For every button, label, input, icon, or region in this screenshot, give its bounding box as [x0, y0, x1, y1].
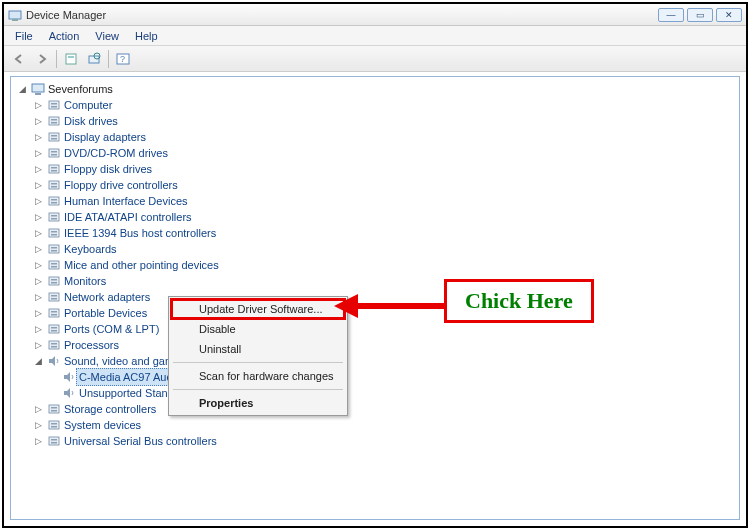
properties-button[interactable]: [60, 49, 82, 69]
tree-item[interactable]: ▷Floppy drive controllers: [13, 177, 737, 193]
expand-icon[interactable]: ▷: [33, 196, 44, 207]
device-category-icon: [47, 258, 61, 272]
forward-button[interactable]: [31, 49, 53, 69]
svg-rect-33: [51, 218, 57, 220]
tree-item[interactable]: ▷Universal Serial Bus controllers: [13, 433, 737, 449]
tree-item[interactable]: ▷Floppy disk drives: [13, 161, 737, 177]
close-button[interactable]: ✕: [716, 8, 742, 22]
expand-icon[interactable]: ▷: [33, 244, 44, 255]
tree-item[interactable]: ▷Human Interface Devices: [13, 193, 737, 209]
tree-item[interactable]: ▷IEEE 1394 Bus host controllers: [13, 225, 737, 241]
svg-rect-37: [49, 245, 59, 253]
help-button[interactable]: ?: [112, 49, 134, 69]
svg-rect-34: [49, 229, 59, 237]
ctx-uninstall[interactable]: Uninstall: [171, 339, 345, 359]
tree-item[interactable]: ▷Disk drives: [13, 113, 737, 129]
svg-rect-43: [49, 277, 59, 285]
tree-item[interactable]: ▷Processors: [13, 337, 737, 353]
toolbar: ?: [4, 46, 746, 72]
svg-rect-36: [51, 234, 57, 236]
toolbar-separator: [108, 50, 109, 68]
expand-icon[interactable]: ▷: [33, 308, 44, 319]
tree-item[interactable]: ▷DVD/CD-ROM drives: [13, 145, 737, 161]
device-category-icon: [47, 146, 61, 160]
svg-rect-44: [51, 279, 57, 281]
menu-action[interactable]: Action: [42, 28, 87, 44]
ctx-update-driver[interactable]: Update Driver Software...: [171, 299, 345, 319]
expand-icon[interactable]: ▷: [33, 420, 44, 431]
tree-item[interactable]: ▷System devices: [13, 417, 737, 433]
menu-view[interactable]: View: [88, 28, 126, 44]
expand-icon[interactable]: ▷: [33, 148, 44, 159]
tree-item[interactable]: ▷Ports (COM & LPT): [13, 321, 737, 337]
svg-rect-60: [51, 410, 57, 412]
tree-item-label: Portable Devices: [64, 305, 147, 321]
expand-icon[interactable]: ▷: [33, 404, 44, 415]
expand-icon[interactable]: ▷: [33, 164, 44, 175]
svg-rect-23: [51, 167, 57, 169]
tree-item-label: IEEE 1394 Bus host controllers: [64, 225, 216, 241]
svg-rect-46: [49, 293, 59, 301]
menu-file[interactable]: File: [8, 28, 40, 44]
tree-item-label: System devices: [64, 417, 141, 433]
svg-rect-50: [51, 311, 57, 313]
expand-icon[interactable]: ▷: [33, 276, 44, 287]
minimize-button[interactable]: —: [658, 8, 684, 22]
svg-rect-59: [51, 407, 57, 409]
collapse-icon[interactable]: ◢: [17, 84, 28, 95]
back-button[interactable]: [8, 49, 30, 69]
svg-rect-2: [66, 54, 76, 64]
expand-icon[interactable]: ▷: [33, 292, 44, 303]
svg-rect-14: [51, 119, 57, 121]
tree-item[interactable]: ▷IDE ATA/ATAPI controllers: [13, 209, 737, 225]
expand-icon[interactable]: ▷: [33, 180, 44, 191]
tree-item[interactable]: ▷Monitors: [13, 273, 737, 289]
expand-icon[interactable]: ▷: [33, 100, 44, 111]
collapse-icon[interactable]: ◢: [33, 356, 44, 367]
svg-rect-57: [51, 346, 57, 348]
maximize-button[interactable]: ▭: [687, 8, 713, 22]
svg-rect-66: [51, 442, 57, 444]
tree-root[interactable]: ◢Sevenforums: [13, 81, 737, 97]
device-category-icon: [47, 402, 61, 416]
ctx-disable[interactable]: Disable: [171, 319, 345, 339]
expand-icon[interactable]: ▷: [33, 212, 44, 223]
ctx-properties[interactable]: Properties: [171, 393, 345, 413]
tree-item[interactable]: ▷Keyboards: [13, 241, 737, 257]
svg-rect-11: [51, 103, 57, 105]
expand-icon[interactable]: ▷: [33, 260, 44, 271]
scan-button[interactable]: [83, 49, 105, 69]
svg-rect-64: [49, 437, 59, 445]
computer-icon: [31, 82, 45, 96]
svg-rect-17: [51, 135, 57, 137]
svg-rect-12: [51, 106, 57, 108]
tree-pane[interactable]: ◢Sevenforums▷Computer▷Disk drives▷Displa…: [10, 76, 740, 520]
tree-item[interactable]: ▷Display adapters: [13, 129, 737, 145]
tree-item[interactable]: ▷Storage controllers: [13, 401, 737, 417]
svg-rect-55: [49, 341, 59, 349]
tree-item-sound[interactable]: ◢Sound, video and game controllers: [13, 353, 737, 369]
tree-item-label: Floppy disk drives: [64, 161, 152, 177]
device-category-icon: [47, 242, 61, 256]
device-category-icon: [47, 114, 61, 128]
expand-icon[interactable]: ▷: [33, 116, 44, 127]
tree-item[interactable]: ▷Mice and other pointing devices: [13, 257, 737, 273]
tree-item-label: Computer: [64, 97, 112, 113]
device-category-icon: [47, 98, 61, 112]
expand-icon[interactable]: ▷: [33, 436, 44, 447]
expand-icon[interactable]: ▷: [33, 324, 44, 335]
tree-item-label: DVD/CD-ROM drives: [64, 145, 168, 161]
ctx-scan[interactable]: Scan for hardware changes: [171, 366, 345, 386]
expand-icon[interactable]: ▷: [33, 340, 44, 351]
callout-text: Chick Here: [465, 288, 573, 313]
tree-device[interactable]: Unsupported Standard Game Port: [13, 385, 737, 401]
tree-item-label: Universal Serial Bus controllers: [64, 433, 217, 449]
svg-rect-65: [51, 439, 57, 441]
svg-rect-24: [51, 170, 57, 172]
tree-device-selected[interactable]: C-Media AC97 Audio Device: [13, 369, 737, 385]
menu-help[interactable]: Help: [128, 28, 165, 44]
tree-item[interactable]: ▷Computer: [13, 97, 737, 113]
expand-icon[interactable]: ▷: [33, 132, 44, 143]
svg-rect-35: [51, 231, 57, 233]
expand-icon[interactable]: ▷: [33, 228, 44, 239]
